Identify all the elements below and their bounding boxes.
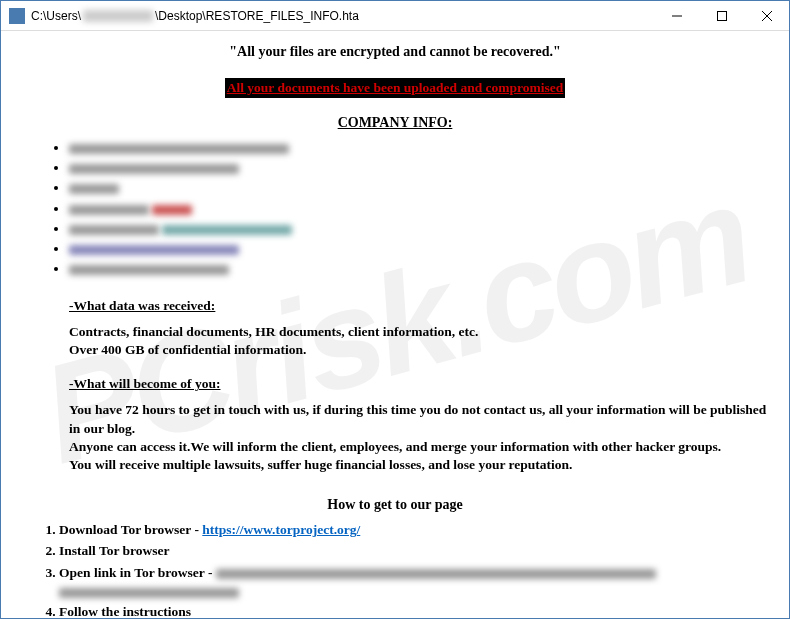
app-window: C:\Users\ \Desktop\RESTORE_FILES_INFO.ht… — [0, 0, 790, 619]
window-controls — [654, 1, 789, 30]
heading-encrypted: "All your files are encrypted and cannot… — [229, 44, 560, 59]
heading-what-become: -What will become of you: — [69, 375, 769, 393]
list-item — [69, 179, 769, 197]
text-line: You have 72 hours to get in touch with u… — [69, 401, 769, 437]
titlebar: C:\Users\ \Desktop\RESTORE_FILES_INFO.ht… — [1, 1, 789, 31]
window-title: C:\Users\ \Desktop\RESTORE_FILES_INFO.ht… — [31, 9, 654, 23]
heading-company-info: COMPANY INFO: — [338, 115, 453, 130]
text-line: Anyone can access it.We will inform the … — [69, 438, 769, 456]
text-line: Contracts, financial documents, HR docum… — [69, 323, 769, 341]
heading-how-to: How to get to our page — [327, 497, 462, 512]
content-area: PCrisk.com "All your files are encrypted… — [1, 31, 789, 619]
redacted-username — [83, 10, 153, 22]
path-suffix: \Desktop\RESTORE_FILES_INFO.hta — [155, 9, 359, 23]
step-download-tor: Download Tor browser - https://www.torpr… — [59, 521, 769, 539]
steps-list: Download Tor browser - https://www.torpr… — [21, 521, 769, 619]
text-line: Over 400 GB of confidential information. — [69, 341, 769, 359]
list-item — [69, 220, 769, 238]
maximize-button[interactable] — [699, 1, 744, 30]
step-text: Open link in Tor browser - — [59, 565, 216, 580]
tor-project-link[interactable]: https://www.torproject.org/ — [202, 522, 360, 537]
list-item — [69, 240, 769, 258]
heading-data-received: -What data was received: — [69, 297, 769, 315]
list-item — [69, 139, 769, 157]
company-info-list — [21, 139, 769, 279]
list-item — [69, 200, 769, 218]
list-item — [69, 159, 769, 177]
step-follow-instructions: Follow the instructions — [59, 603, 769, 619]
minimize-button[interactable] — [654, 1, 699, 30]
path-prefix: C:\Users\ — [31, 9, 81, 23]
heading-uploaded: All your documents have been uploaded an… — [225, 78, 566, 98]
close-button[interactable] — [744, 1, 789, 30]
text-line: You will receive multiple lawsuits, suff… — [69, 456, 769, 474]
app-icon — [9, 8, 25, 24]
list-item — [69, 260, 769, 278]
step-install-tor: Install Tor browser — [59, 542, 769, 560]
svg-rect-1 — [717, 11, 726, 20]
step-open-link: Open link in Tor browser - — [59, 564, 769, 600]
step-text: Download Tor browser - — [59, 522, 202, 537]
